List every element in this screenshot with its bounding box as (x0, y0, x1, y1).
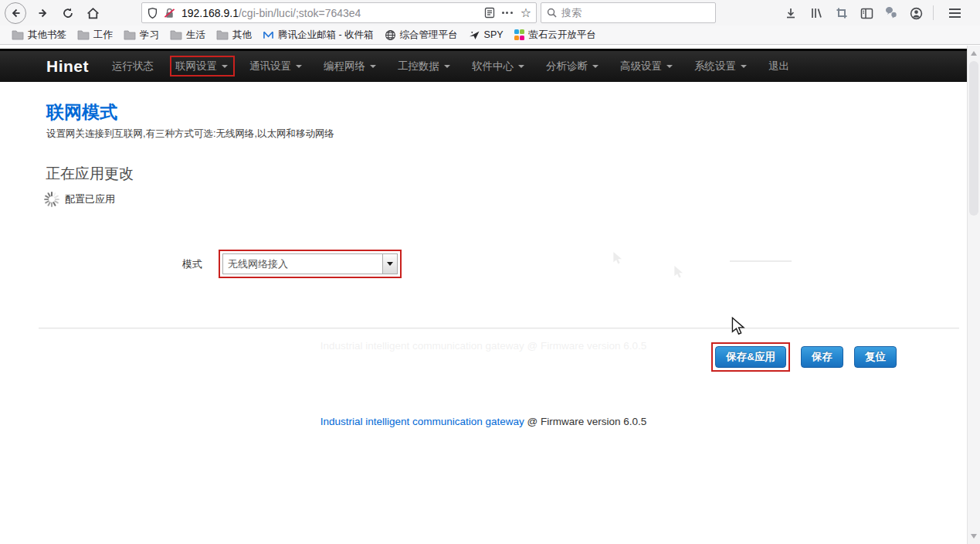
page-title: 联网模式 (46, 100, 117, 124)
url-text: 192.168.9.1/cgi-bin/luci/;stok=7643e4 (181, 7, 477, 19)
forward-icon[interactable] (32, 2, 54, 24)
reload-icon[interactable] (57, 2, 79, 24)
reader-mode-icon[interactable] (484, 7, 495, 19)
insecure-lock-icon[interactable] (164, 7, 175, 19)
scroll-up-icon[interactable] (971, 51, 977, 56)
spinner-icon (43, 191, 60, 208)
bookmark-mgmt-platform[interactable]: 综合管理平台 (379, 29, 463, 42)
nav-item-advanced-settings[interactable]: 高级设置 (609, 51, 683, 82)
page-actions-icon[interactable] (502, 12, 513, 14)
nav-item-diagnostics[interactable]: 分析诊断 (535, 51, 609, 82)
vertical-scrollbar[interactable] (967, 46, 980, 544)
page-viewport: Hinet 运行状态 联网设置 通讯设置 编程网络 工控数据 软件中心 分析诊断… (0, 46, 967, 544)
search-input[interactable] (561, 7, 710, 19)
page-footer: Industrial intelligent communication gat… (0, 416, 967, 427)
annotation-red-box: 无线网络接入 (219, 250, 402, 278)
nav-item-programming-network[interactable]: 编程网络 (313, 51, 387, 82)
scrollbar-thumb[interactable] (969, 61, 978, 216)
mode-label: 模式 (182, 257, 202, 271)
nav-item-network-settings[interactable]: 联网设置 (164, 51, 239, 82)
dropdown-arrow-icon[interactable] (382, 254, 397, 274)
nav-item-comm-settings[interactable]: 通讯设置 (239, 51, 313, 82)
chevron-down-icon (666, 65, 673, 68)
action-buttons-row: 保存&应用 保存 复位 (711, 342, 897, 372)
nav-item-software-center[interactable]: 软件中心 (461, 51, 535, 82)
chevron-down-icon (444, 65, 450, 68)
applying-changes-heading: 正在应用更改 (46, 164, 134, 184)
bookmark-ezviz[interactable]: 萤石云开放平台 (509, 29, 602, 42)
gateway-footer-link[interactable]: Industrial intelligent communication gat… (320, 416, 524, 427)
library-icon[interactable] (805, 2, 827, 24)
nav-item-logout[interactable]: 退出 (758, 51, 800, 82)
applying-status-text: 配置已应用 (65, 192, 115, 206)
menu-icon[interactable] (944, 2, 965, 24)
back-icon[interactable] (5, 2, 26, 24)
bookmark-star-icon[interactable]: ☆ (521, 7, 531, 19)
mode-select-value: 无线网络接入 (223, 257, 382, 271)
firmware-version-text: @ Firmware version 6.0.5 (524, 416, 647, 427)
cursor-ghost (612, 251, 623, 265)
save-apply-button[interactable]: 保存&应用 (715, 346, 786, 368)
toolbar-separator (933, 5, 934, 20)
tracking-shield-icon[interactable] (147, 7, 158, 19)
scroll-down-icon[interactable] (971, 534, 977, 539)
chevron-down-icon (518, 65, 524, 68)
bookmarks-bar: 其他书签 工作 学习 生活 其他 腾讯企业邮箱 - 收件箱 综合管理平台 SPY… (0, 26, 980, 45)
sidebar-toggle-icon[interactable] (856, 2, 877, 24)
nav-item-running-status[interactable]: 运行状态 (101, 51, 164, 82)
mode-select[interactable]: 无线网络接入 (222, 253, 398, 274)
folder-icon (170, 29, 182, 40)
brand-logo: Hinet (46, 57, 89, 76)
globe-icon (385, 29, 396, 41)
mouse-cursor (731, 317, 745, 335)
applying-status-row: 配置已应用 (43, 191, 115, 208)
chevron-down-icon (370, 65, 376, 68)
chevron-down-icon (592, 65, 599, 68)
chevron-down-icon (741, 65, 747, 68)
browser-toolbar: 192.168.9.1/cgi-bin/luci/;stok=7643e4 ☆ (0, 0, 980, 26)
chevron-down-icon (296, 65, 302, 68)
bookmark-folder[interactable]: 工作 (72, 29, 118, 42)
bookmark-folder[interactable]: 学习 (118, 29, 164, 42)
folder-icon (12, 29, 24, 40)
bookmark-folder[interactable]: 生活 (164, 29, 211, 42)
ghost-artifact-line (730, 260, 792, 262)
screenshot-icon[interactable] (831, 2, 853, 24)
bookmark-tencent-mail[interactable]: 腾讯企业邮箱 - 收件箱 (257, 29, 379, 42)
search-icon (547, 8, 557, 18)
bookmark-folder[interactable]: 其他书签 (6, 29, 72, 42)
page-description: 设置网关连接到互联网,有三种方式可选:无线网络,以太网和移动网络 (46, 128, 334, 141)
nav-item-industrial-data[interactable]: 工控数据 (387, 51, 461, 82)
annotation-red-box: 保存&应用 (711, 342, 790, 372)
download-icon[interactable] (780, 2, 802, 24)
folder-icon (216, 29, 229, 40)
url-bar[interactable]: 192.168.9.1/cgi-bin/luci/;stok=7643e4 ☆ (141, 2, 537, 23)
bookmark-spy[interactable]: SPY (463, 29, 509, 40)
spy-icon (469, 30, 480, 40)
ezviz-icon (514, 29, 525, 40)
save-button[interactable]: 保存 (801, 346, 843, 368)
tencent-mail-icon (263, 30, 274, 40)
mode-form-row: 模式 无线网络接入 (182, 250, 402, 278)
home-icon[interactable] (82, 2, 103, 24)
nav-item-system-settings[interactable]: 系统设置 (683, 51, 758, 82)
folder-icon (77, 29, 90, 40)
chevron-down-icon (222, 65, 228, 68)
form-footer-divider (39, 328, 959, 328)
cursor-ghost (673, 265, 684, 279)
reset-button[interactable]: 复位 (854, 346, 897, 368)
bookmark-folder[interactable]: 其他 (211, 29, 257, 42)
main-navbar: Hinet 运行状态 联网设置 通讯设置 编程网络 工控数据 软件中心 分析诊断… (0, 49, 967, 82)
messages-icon[interactable] (880, 2, 901, 24)
search-bar[interactable] (541, 2, 716, 23)
folder-icon (124, 29, 136, 40)
account-icon[interactable] (905, 2, 927, 24)
